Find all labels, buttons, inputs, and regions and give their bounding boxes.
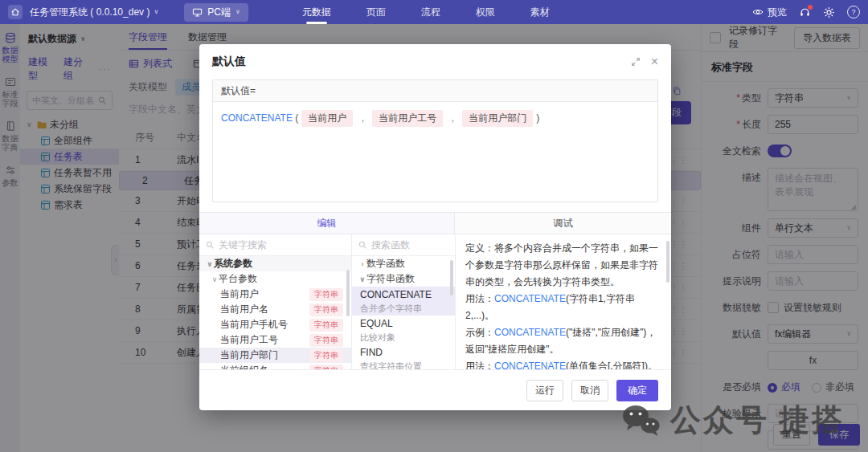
param-item[interactable]: 当前用户字符串 bbox=[199, 287, 351, 302]
param-pill[interactable]: 当前用户部门 bbox=[462, 110, 533, 127]
preview-button[interactable]: 预览 bbox=[752, 6, 787, 19]
expand-icon[interactable] bbox=[631, 57, 641, 67]
default-value-modal: 默认值 × 默认值= CONCATENATE (当前用户，当前用户工号，当前用户… bbox=[199, 44, 671, 410]
func-group-math[interactable]: ›数学函数 bbox=[352, 256, 455, 271]
param-item[interactable]: 当前组织名字符串 bbox=[199, 363, 351, 369]
tab-debug[interactable]: 调试 bbox=[455, 213, 671, 234]
function-search-input[interactable]: 搜索函数 bbox=[352, 234, 455, 256]
tab-pages[interactable]: 页面 bbox=[349, 0, 403, 24]
eye-icon bbox=[752, 6, 764, 18]
app-screen: 任务管理系统 ( 0.0.10_dev ) ∨ PC端 ∨ 元数据 页面 流程 … bbox=[0, 0, 868, 452]
notification-icon[interactable] bbox=[799, 6, 811, 18]
function-name: CONCATENATE bbox=[221, 112, 293, 124]
watermark: 公众号 捷搭 bbox=[620, 400, 845, 441]
tab-flows[interactable]: 流程 bbox=[403, 0, 458, 24]
notification-badge bbox=[808, 5, 813, 10]
function-doc: 定义：将多个内容合并成一个字符串，如果一个参数是字符串那么原样保留，如果是非字符… bbox=[456, 234, 671, 369]
formula-editor: 默认值= CONCATENATE (当前用户，当前用户工号，当前用户部门) bbox=[212, 79, 658, 202]
chevron-down-icon: ∨ bbox=[154, 9, 158, 15]
function-item[interactable]: FIND 查找字符串位置 bbox=[352, 344, 455, 369]
settings-gear-icon[interactable] bbox=[823, 6, 835, 18]
caret-down-icon: ∨ bbox=[358, 275, 366, 283]
caret-right-icon: › bbox=[358, 260, 366, 268]
search-icon bbox=[358, 241, 367, 250]
param-group-system[interactable]: ∨系统参数 bbox=[199, 256, 351, 271]
formula-label: 默认值= bbox=[213, 80, 657, 102]
scrollbar-thumb[interactable] bbox=[450, 260, 453, 295]
parameter-list: 关键字搜索 ∨系统参数 ∨平台参数 当前用户字符串 当前用户名字符串 当前用户手… bbox=[199, 234, 352, 369]
caret-down-icon: ∨ bbox=[211, 275, 219, 283]
param-pill[interactable]: 当前用户 bbox=[301, 110, 353, 127]
device-selector[interactable]: PC端 ∨ bbox=[184, 3, 248, 22]
scrollbar-thumb[interactable] bbox=[666, 241, 669, 283]
function-item[interactable]: EQUAL 比较对象 bbox=[352, 316, 455, 344]
confirm-button[interactable]: 确定 bbox=[616, 380, 658, 401]
wechat-icon bbox=[620, 404, 661, 438]
function-item-selected[interactable]: CONCATENATE 合并多个字符串 bbox=[352, 287, 455, 316]
chevron-down-icon: ∨ bbox=[235, 9, 240, 15]
modal-title: 默认值 bbox=[212, 55, 246, 69]
tab-edit[interactable]: 编辑 bbox=[199, 213, 455, 234]
param-pill[interactable]: 当前用户工号 bbox=[372, 110, 443, 127]
search-icon bbox=[206, 241, 215, 250]
caret-down-icon: ∨ bbox=[206, 260, 214, 268]
scrollbar-thumb[interactable] bbox=[346, 270, 350, 316]
param-item[interactable]: 当前用户工号字符串 bbox=[199, 332, 351, 348]
formula-input-area[interactable]: CONCATENATE (当前用户，当前用户工号，当前用户部门) bbox=[213, 102, 657, 202]
param-item[interactable]: 当前用户手机号字符串 bbox=[199, 317, 351, 332]
close-icon[interactable]: × bbox=[651, 55, 658, 68]
tab-assets[interactable]: 素材 bbox=[513, 0, 567, 24]
home-icon[interactable] bbox=[8, 5, 23, 19]
tab-permissions[interactable]: 权限 bbox=[458, 0, 513, 24]
monitor-icon bbox=[192, 7, 203, 18]
run-button[interactable]: 运行 bbox=[526, 380, 563, 401]
tab-metadata[interactable]: 元数据 bbox=[285, 0, 349, 24]
param-item-selected[interactable]: 当前用户部门字符串 bbox=[199, 348, 351, 363]
cancel-button[interactable]: 取消 bbox=[571, 380, 608, 401]
param-search-input[interactable]: 关键字搜索 bbox=[199, 234, 351, 256]
param-group-platform[interactable]: ∨平台参数 bbox=[199, 271, 351, 287]
topbar: 任务管理系统 ( 0.0.10_dev ) ∨ PC端 ∨ 元数据 页面 流程 … bbox=[0, 0, 868, 24]
param-item[interactable]: 当前用户名字符串 bbox=[199, 302, 351, 317]
help-icon[interactable]: ? bbox=[847, 6, 860, 18]
func-group-string[interactable]: ∨字符串函数 bbox=[352, 271, 455, 287]
app-title[interactable]: 任务管理系统 ( 0.0.10_dev ) ∨ bbox=[30, 6, 158, 19]
top-nav: 元数据 页面 流程 权限 素材 bbox=[285, 0, 567, 24]
function-list: 搜索函数 ›数学函数 ∨字符串函数 CONCATENATE 合并多个字符串 EQ… bbox=[352, 234, 456, 369]
